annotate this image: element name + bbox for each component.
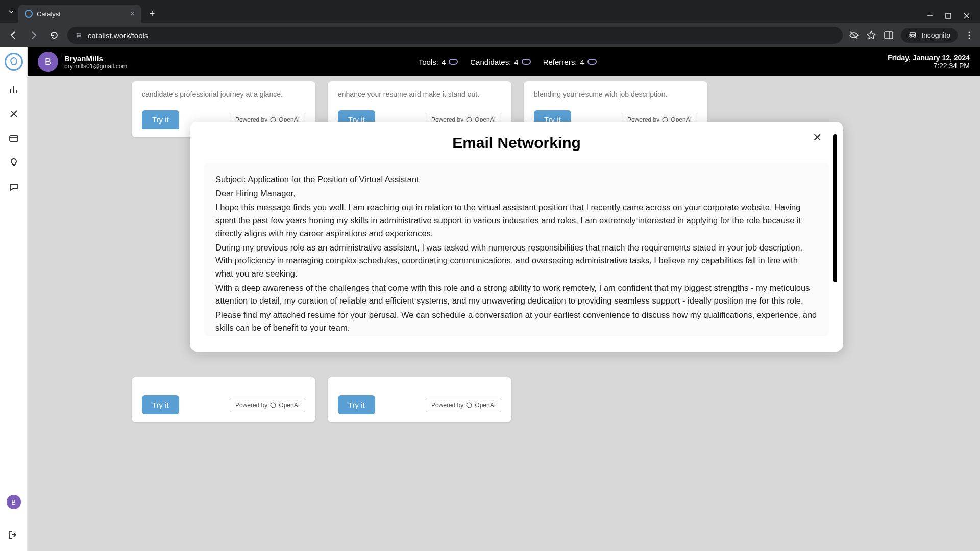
incognito-icon (908, 31, 917, 40)
date: Friday, January 12, 2024 (888, 54, 970, 62)
modal-title: Email Networking (204, 134, 829, 152)
window-controls (927, 13, 976, 19)
email-greeting: Dear Hiring Manager, (215, 187, 818, 201)
tab-favicon (24, 10, 33, 18)
rail-avatar[interactable]: B (7, 495, 21, 509)
modal-scrollbar[interactable] (833, 134, 837, 282)
side-panel-icon[interactable] (884, 30, 894, 40)
stat-candidates: Candidates: 4 (470, 58, 530, 66)
address-bar[interactable]: catalist.work/tools (67, 27, 843, 44)
svg-point-5 (969, 32, 970, 33)
stat-pill-icon (587, 59, 597, 65)
menu-icon[interactable] (965, 31, 974, 40)
site-settings-icon[interactable] (75, 31, 83, 39)
email-paragraph: During my previous role as an administra… (215, 241, 818, 281)
email-paragraph: Please find my attached resume for your … (215, 309, 818, 335)
logout-icon[interactable] (8, 530, 20, 542)
time: 7:22:34 PM (888, 62, 970, 70)
minimize-icon[interactable] (927, 13, 933, 19)
datetime: Friday, January 12, 2024 7:22:34 PM (888, 54, 970, 70)
email-networking-modal: ✕ Email Networking Subject: Application … (190, 122, 843, 352)
new-tab-button[interactable]: + (145, 7, 159, 21)
app-top-bar: B BryanMills bry.mills01@gmail.com Tools… (28, 47, 980, 76)
chat-icon[interactable] (8, 181, 20, 193)
analytics-icon[interactable] (8, 83, 20, 95)
svg-rect-0 (946, 13, 951, 18)
modal-body[interactable]: Subject: Application for the Position of… (204, 163, 829, 336)
close-window-icon[interactable] (964, 13, 970, 19)
modal-backdrop: ✕ Email Networking Subject: Application … (28, 76, 980, 551)
svg-rect-8 (10, 136, 18, 141)
browser-toolbar: catalist.work/tools Incognito (0, 23, 980, 47)
email-paragraph: With a deep awareness of the challenges … (215, 282, 818, 308)
email-paragraph: I hope this message finds you well. I am… (215, 201, 818, 240)
browser-tab-strip: Catalyst × + (0, 0, 980, 23)
modal-close-button[interactable]: ✕ (813, 131, 822, 144)
url-text: catalist.work/tools (88, 31, 148, 40)
eye-off-icon[interactable] (849, 30, 859, 40)
content-area: candidate's professional journey at a gl… (28, 76, 980, 551)
tools-icon[interactable] (8, 108, 20, 120)
user-block[interactable]: B BryanMills bry.mills01@gmail.com (38, 52, 127, 72)
stat-referrers: Referrers: 4 (543, 58, 597, 66)
user-name: BryanMills (64, 54, 127, 63)
svg-point-6 (969, 35, 970, 36)
back-button[interactable] (6, 28, 20, 42)
wallet-icon[interactable] (8, 132, 20, 144)
incognito-badge[interactable]: Incognito (901, 28, 958, 43)
svg-point-2 (80, 35, 81, 36)
reload-button[interactable] (47, 28, 61, 42)
browser-tab[interactable]: Catalyst × (18, 5, 141, 23)
email-subject: Subject: Application for the Position of… (215, 173, 818, 186)
avatar: B (38, 52, 58, 72)
tab-close-icon[interactable]: × (130, 9, 135, 18)
user-email: bry.mills01@gmail.com (64, 63, 127, 70)
app-logo[interactable] (5, 53, 23, 71)
idea-icon[interactable] (8, 157, 20, 169)
left-rail: B (0, 47, 28, 551)
incognito-label: Incognito (921, 31, 950, 39)
maximize-icon[interactable] (945, 13, 951, 19)
forward-button[interactable] (27, 28, 41, 42)
stat-tools: Tools: 4 (419, 58, 458, 66)
stat-pill-icon (522, 59, 531, 65)
svg-point-1 (77, 33, 78, 35)
bookmark-star-icon[interactable] (866, 30, 876, 40)
tab-title: Catalyst (37, 10, 126, 18)
tab-search-dropdown[interactable] (4, 5, 18, 19)
stats-bar: Tools: 4 Candidates: 4 Referrers: 4 (419, 58, 597, 66)
svg-point-7 (969, 38, 970, 39)
svg-rect-4 (885, 32, 893, 39)
stat-pill-icon (449, 59, 458, 65)
svg-point-3 (77, 36, 79, 38)
